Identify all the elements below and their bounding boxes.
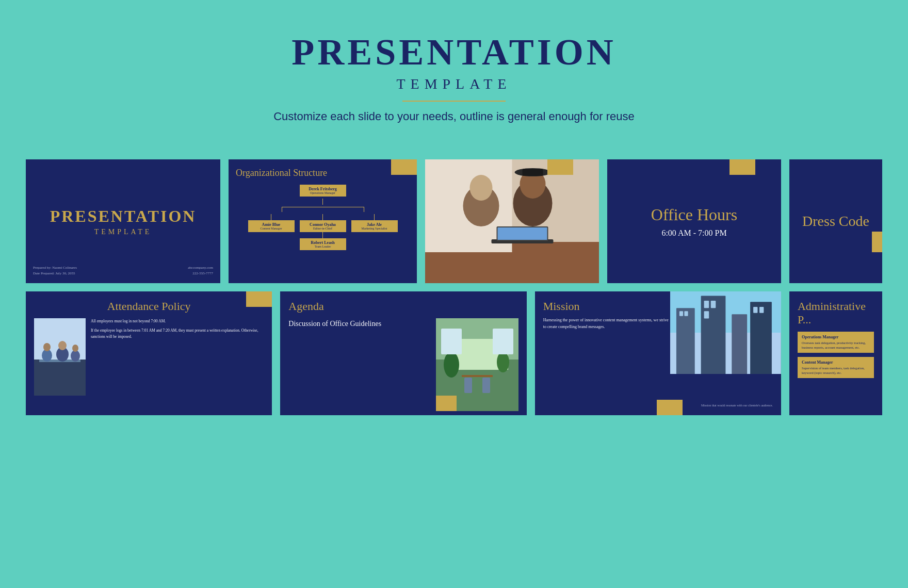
org-node-top: Derek Fritsberg Operations Manager <box>300 185 346 197</box>
gold-decoration-mission <box>657 400 683 415</box>
org-node-mid-center: Connor Oyaha Editor-in-Chief <box>300 220 346 232</box>
attendance-title: Attendance Policy <box>34 300 264 313</box>
svg-point-25 <box>497 352 509 372</box>
org-chart: Derek Fritsberg Operations Manager Amie … <box>236 185 410 250</box>
attendance-text-content: All employees must log in not beyond 7:0… <box>91 318 264 396</box>
slides-container: PRESENTATION TEMPLATE Prepared by: Naomi… <box>0 144 908 454</box>
cover-subtitle: TEMPLATE <box>94 228 152 236</box>
slides-row-1: PRESENTATION TEMPLATE Prepared by: Naomi… <box>26 159 882 283</box>
dress-code-title: Dress Code <box>802 213 869 230</box>
slide-org-structure[interactable]: Organizational Structure Derek Fritsberg… <box>229 159 417 283</box>
slide-agenda[interactable]: Agenda Discussion of Office Guidelines <box>280 291 526 415</box>
svg-rect-35 <box>685 311 688 316</box>
admin-role-2: Content Manager Supervision of team memb… <box>798 357 874 378</box>
svg-rect-11 <box>498 227 547 240</box>
svg-point-18 <box>58 341 67 350</box>
attendance-content: All employees must log in not beyond 7:0… <box>34 318 264 396</box>
org-structure-title: Organizational Structure <box>236 168 410 178</box>
slide-attendance-policy[interactable]: Attendance Policy <box>26 291 272 415</box>
slide-photo[interactable] <box>425 159 599 283</box>
page-subtitle: TEMPLATE <box>10 76 898 92</box>
svg-rect-40 <box>732 314 748 374</box>
agenda-content: Discussion of Office Guidelines <box>288 318 518 411</box>
mission-photo <box>670 291 781 374</box>
svg-point-16 <box>43 343 51 351</box>
svg-point-20 <box>72 345 78 352</box>
svg-rect-8 <box>523 169 543 176</box>
svg-rect-38 <box>711 301 716 308</box>
cover-footer-left: Prepared by: Naomi Colinares Date Prepar… <box>33 265 77 276</box>
cover-footer-right: abccompany.com 222-555-7777 <box>188 265 213 276</box>
page-header: PRESENTATION TEMPLATE Customize each sli… <box>0 0 908 144</box>
svg-rect-43 <box>759 307 764 313</box>
svg-rect-13 <box>34 360 86 396</box>
cover-title: PRESENTATION <box>50 207 197 226</box>
svg-rect-39 <box>704 311 709 318</box>
admin-role-1: Operations Manager Oversees task delegat… <box>798 332 874 353</box>
svg-rect-30 <box>493 329 513 354</box>
attendance-photo <box>34 318 86 396</box>
slide-administrative[interactable]: Administrative P... Operations Manager O… <box>789 291 882 415</box>
svg-rect-29 <box>441 329 462 354</box>
svg-rect-27 <box>464 378 472 393</box>
admin-title: Administrative P... <box>798 300 874 326</box>
agenda-title: Agenda <box>288 300 518 313</box>
org-row-middle: Amie Blue Content Manager Connor Oyaha E… <box>248 214 398 250</box>
svg-point-19 <box>71 350 80 362</box>
svg-rect-33 <box>676 308 695 374</box>
office-hours-time: 6:00 AM - 7:00 PM <box>661 228 726 238</box>
mission-footer: Mission that would resonate with our cli… <box>701 404 773 407</box>
office-hours-title: Office Hours <box>651 205 737 224</box>
svg-rect-37 <box>704 301 709 308</box>
svg-point-4 <box>470 175 493 201</box>
photo-women-laptop <box>425 159 599 283</box>
slides-row-2: Attendance Policy <box>26 291 882 415</box>
gold-decoration-attendance <box>246 291 272 307</box>
slide-dress-code[interactable]: Dress Code <box>789 159 882 283</box>
page-title: PRESENTATION <box>10 31 898 74</box>
header-description: Customize each slide to your needs, outl… <box>10 110 898 123</box>
gold-decoration-dress <box>872 232 882 252</box>
mission-text: Harnessing the power of innovative conte… <box>543 317 670 331</box>
gold-decoration-corner <box>547 159 573 175</box>
org-node-mid-left: Amie Blue Content Manager <box>248 220 295 232</box>
svg-rect-42 <box>753 307 757 313</box>
svg-rect-26 <box>462 375 493 377</box>
slide-mission[interactable]: Mission Harnessing the power of innovati… <box>535 291 781 415</box>
org-node-bottom: Robert Leash Team Leader <box>300 238 346 250</box>
gold-decoration-top-right <box>391 159 417 175</box>
gold-decoration-office <box>729 159 755 175</box>
svg-point-24 <box>444 352 459 378</box>
agenda-text: Discussion of Office Guidelines <box>288 318 430 329</box>
org-node-mid-right: Jake Ale Marketing Specialist <box>351 220 398 232</box>
svg-rect-28 <box>482 378 490 393</box>
slide-cover[interactable]: PRESENTATION TEMPLATE Prepared by: Naomi… <box>26 159 220 283</box>
header-divider <box>402 101 506 102</box>
agenda-photo <box>436 318 518 411</box>
org-line-vertical <box>322 199 323 205</box>
gold-decoration-agenda <box>436 396 457 411</box>
slide-office-hours[interactable]: Office Hours 6:00 AM - 7:00 PM <box>607 159 781 283</box>
svg-rect-34 <box>679 311 683 316</box>
